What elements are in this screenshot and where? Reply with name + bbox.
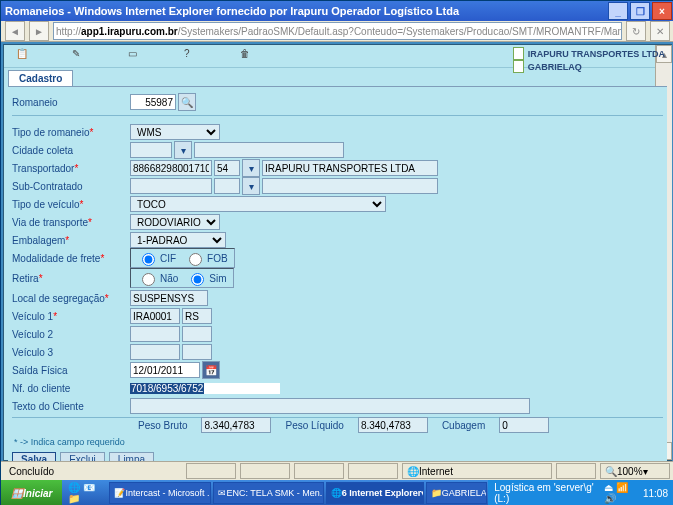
veiculo2-uf-input[interactable] bbox=[182, 326, 212, 342]
windows-taskbar: 🪟 Iniciar 🌐 📧 📁 📝 Intercast - Microsoft … bbox=[1, 480, 673, 505]
via-transporte-select[interactable]: RODOVIARIO bbox=[130, 214, 220, 230]
minimize-button[interactable]: _ bbox=[608, 2, 628, 20]
label-via-transporte: Via de transporte* bbox=[12, 217, 130, 228]
zone-internet: 🌐 Internet bbox=[402, 463, 552, 479]
help-icon[interactable]: ? bbox=[184, 48, 200, 64]
tipo-romaneio-select[interactable]: WMS bbox=[130, 124, 220, 140]
label-peso-liquido: Peso Líquido bbox=[285, 420, 343, 431]
saida-fisica-input[interactable] bbox=[130, 362, 200, 378]
delete-icon[interactable]: 🗑 bbox=[240, 48, 256, 64]
label-veiculo1: Veículo 1* bbox=[12, 311, 130, 322]
radio-sim[interactable]: Sim bbox=[186, 270, 226, 286]
label-veiculo2: Veículo 2 bbox=[12, 329, 130, 340]
peso-liquido-input bbox=[358, 417, 428, 433]
label-tipo-romaneio: Tipo de romaneio* bbox=[12, 127, 130, 138]
transportador-cod-input[interactable] bbox=[130, 160, 212, 176]
delete-button[interactable]: Exclui bbox=[60, 452, 105, 461]
doc-icon bbox=[513, 60, 524, 73]
transportador-nome bbox=[262, 160, 438, 176]
cidade-lookup-button[interactable]: ▾ bbox=[174, 141, 192, 159]
clear-button[interactable]: Limpa bbox=[109, 452, 154, 461]
romaneio-input[interactable] bbox=[130, 94, 176, 110]
cidade-coleta-desc[interactable] bbox=[194, 142, 344, 158]
clock: 11:08 bbox=[643, 488, 668, 499]
label-transportador: Transportador* bbox=[12, 163, 130, 174]
label-texto-cliente: Texto do Cliente bbox=[12, 401, 130, 412]
url-field[interactable]: http://app1.irapuru.com.br/Systemakers/P… bbox=[53, 22, 622, 40]
back-button[interactable]: ◄ bbox=[5, 21, 25, 41]
nf-cliente-input[interactable]: 7018/6953/6752 bbox=[130, 383, 280, 394]
modalidade-frete-group: CIF FOB bbox=[130, 248, 235, 268]
tipo-veiculo-select[interactable]: TOCO bbox=[130, 196, 386, 212]
label-cidade-coleta: Cidade coleta bbox=[12, 145, 130, 156]
taskbar-item-active[interactable]: 🌐 6 Internet Explorer ▾ bbox=[326, 482, 424, 504]
peso-bruto-input bbox=[201, 417, 271, 433]
embalagem-select[interactable]: 1-PADRAO bbox=[130, 232, 226, 248]
status-text: Concluído bbox=[5, 464, 182, 478]
label-sub-contratado: Sub-Contratado bbox=[12, 181, 130, 192]
radio-fob[interactable]: FOB bbox=[184, 250, 228, 266]
cidade-coleta-input[interactable] bbox=[130, 142, 172, 158]
edit-icon[interactable]: ✎ bbox=[72, 48, 88, 64]
window-titlebar: Romaneios - Windows Internet Explorer fo… bbox=[1, 1, 673, 21]
tab-cadastro[interactable]: Cadastro bbox=[8, 70, 73, 86]
label-local-segregacao: Local de segregação* bbox=[12, 293, 130, 304]
window-title: Romaneios - Windows Internet Explorer fo… bbox=[5, 5, 459, 17]
radio-nao[interactable]: Não bbox=[137, 270, 178, 286]
forward-button[interactable]: ► bbox=[29, 21, 49, 41]
protected-mode-toggle[interactable] bbox=[556, 463, 596, 479]
sub-contratado-nome bbox=[262, 178, 438, 194]
label-tipo-veiculo: Tipo de veículo* bbox=[12, 199, 130, 210]
radio-cif[interactable]: CIF bbox=[137, 250, 176, 266]
taskbar-item[interactable]: ✉ ENC: TELA SMK - Men... bbox=[213, 482, 323, 504]
veiculo1-placa-input[interactable] bbox=[130, 308, 180, 324]
sub-contratado-cod-input[interactable] bbox=[130, 178, 212, 194]
local-segregacao-input[interactable] bbox=[130, 290, 208, 306]
cubagem-input bbox=[499, 417, 549, 433]
tray-text: Logística em 'server\g' (L:) bbox=[494, 482, 600, 504]
stop-button[interactable]: ✕ bbox=[650, 21, 670, 41]
blank-icon[interactable]: ▭ bbox=[128, 48, 144, 64]
required-hint: * -> Indica campo requerido bbox=[14, 437, 125, 447]
label-peso-bruto: Peso Bruto bbox=[138, 420, 187, 431]
close-button[interactable]: × bbox=[652, 2, 672, 20]
label-embalagem: Embalagem* bbox=[12, 235, 130, 246]
taskbar-item[interactable]: 📝 Intercast - Microsoft ... bbox=[109, 482, 211, 504]
maximize-button[interactable]: ❐ bbox=[630, 2, 650, 20]
doc-icon bbox=[513, 47, 524, 60]
save-button[interactable]: Salva bbox=[12, 452, 56, 461]
start-button[interactable]: 🪟 Iniciar bbox=[1, 480, 62, 505]
label-nf-cliente: Nf. do cliente bbox=[12, 383, 130, 394]
label-modalidade-frete: Modalidade de frete* bbox=[12, 253, 130, 264]
texto-cliente-input[interactable] bbox=[130, 398, 530, 414]
label-veiculo3: Veículo 3 bbox=[12, 347, 130, 358]
label-cubagem: Cubagem bbox=[442, 420, 485, 431]
label-retira: Retira* bbox=[12, 273, 130, 284]
zoom-control[interactable]: 🔍 100% ▾ bbox=[600, 463, 670, 479]
retira-group: Não Sim bbox=[130, 268, 234, 288]
ie-statusbar: Concluído 🌐 Internet 🔍 100% ▾ bbox=[1, 461, 673, 480]
romaneio-lookup-button[interactable]: 🔍 bbox=[178, 93, 196, 111]
veiculo2-placa-input[interactable] bbox=[130, 326, 180, 342]
date-picker-button[interactable]: 📅 bbox=[202, 361, 220, 379]
form-panel: Romaneio 🔍 Tipo de romaneio* WMS Cidade … bbox=[8, 86, 667, 461]
sub-contratado-seq-input[interactable] bbox=[214, 178, 240, 194]
tray-icons[interactable]: ⏏ 📶 🔊 bbox=[604, 482, 639, 504]
session-info: IRAPURU TRANSPORTES LTDA GABRIELAQ bbox=[513, 47, 665, 73]
veiculo3-placa-input[interactable] bbox=[130, 344, 180, 360]
transportador-lookup-button[interactable]: ▾ bbox=[242, 159, 260, 177]
sub-contratado-lookup-button[interactable]: ▾ bbox=[242, 177, 260, 195]
refresh-button[interactable]: ↻ bbox=[626, 21, 646, 41]
totals-row: Peso Bruto Peso Líquido Cubagem bbox=[138, 417, 659, 433]
paste-icon[interactable]: 📋 bbox=[16, 48, 32, 64]
veiculo1-uf-input[interactable] bbox=[182, 308, 212, 324]
label-saida-fisica: Saída Física bbox=[12, 365, 130, 376]
veiculo3-uf-input[interactable] bbox=[182, 344, 212, 360]
system-tray: Logística em 'server\g' (L:) ⏏ 📶 🔊 11:08 bbox=[488, 480, 673, 505]
label-romaneio: Romaneio bbox=[12, 97, 130, 108]
taskbar-item[interactable]: 📁 GABRIELA bbox=[426, 482, 488, 504]
address-bar: ◄ ► http://app1.irapuru.com.br/Systemake… bbox=[1, 21, 673, 42]
transportador-seq-input[interactable] bbox=[214, 160, 240, 176]
